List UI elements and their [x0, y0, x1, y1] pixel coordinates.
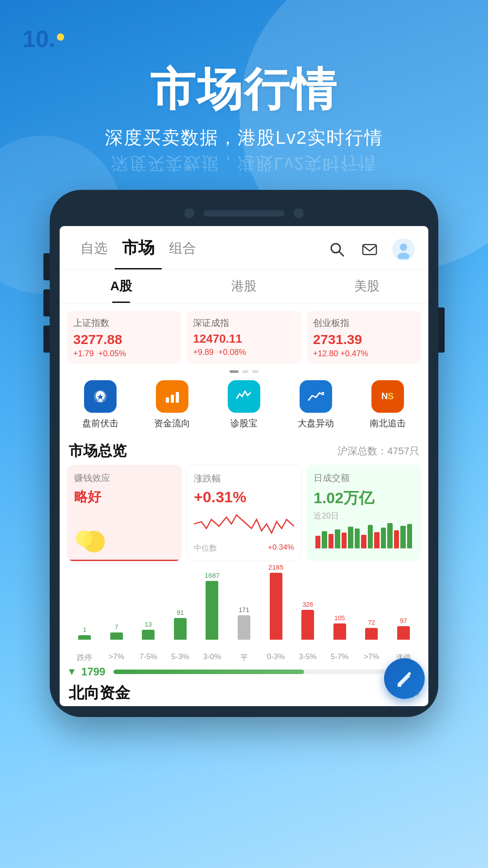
shanghai-title: 上证指数 — [73, 317, 175, 329]
svg-rect-9 — [176, 392, 179, 403]
sun-decoration — [71, 521, 108, 555]
chinext-value: 2731.39 — [313, 332, 415, 347]
progress-fill — [113, 670, 304, 674]
bar-chart-labels: 跌停 >7% 7-5% 5-3% 3-0% 平 0-3% 3-5% 5-7% >… — [67, 652, 421, 663]
bar-down-53: 91 — [164, 609, 197, 640]
bar-up-57: 105 — [324, 614, 356, 640]
label-up-57: 5-7% — [324, 652, 356, 663]
svg-rect-6 — [98, 400, 103, 402]
dot-1 — [230, 370, 239, 373]
card-money-effect[interactable]: 赚钱效应 略好 — [67, 465, 182, 561]
fundflow-label: 资金流向 — [154, 417, 190, 429]
nav-item-market[interactable]: 市场 — [115, 237, 162, 269]
shenzhen-change: +9.89 +0.08% — [193, 348, 295, 357]
shanghai-change: +1.79 +0.05% — [73, 349, 175, 359]
diagnosis-label: 诊股宝 — [230, 417, 258, 429]
app-navigation: 自选 市场 组合 — [60, 226, 428, 269]
label-up-03: 0-3% — [260, 652, 292, 663]
market-progress-row: ▼ 1799 — [60, 663, 428, 678]
fundflow-icon — [156, 380, 188, 413]
volume-mini-bars — [314, 521, 414, 548]
northsouth-label: 南北追击 — [370, 417, 406, 429]
bar-rise-limit: 97 — [387, 617, 419, 640]
svg-rect-8 — [171, 395, 174, 403]
overview-cards-container: 赚钱效应 略好 涨跌幅 +0.31% — [60, 465, 428, 566]
tab-hk-shares[interactable]: 港股 — [183, 269, 305, 303]
phone-screen: 自选 市场 组合 — [60, 226, 428, 706]
bar-up-7: 72 — [356, 619, 388, 640]
rise-fall-label: 涨跌幅 — [194, 472, 294, 485]
nav-item-portfolio[interactable]: 组合 — [162, 239, 203, 267]
premarket-label: 盘前伏击 — [82, 417, 118, 429]
median-label: 中位数 — [194, 543, 217, 553]
speaker — [203, 210, 285, 217]
hero-section: 10. 市场行情 深度买卖数据，港股Lv2实时行情 深度买卖数据，港股Lv2实时… — [0, 0, 488, 175]
fab-button[interactable] — [384, 658, 425, 699]
daily-volume-value: 1.02万亿 — [314, 488, 414, 509]
bar-up-03: 2185 — [260, 563, 292, 640]
market-overview-header: 市场总览 沪深总数：4757只 — [60, 436, 428, 465]
hero-subtitle-mirror: 深度买卖数据，港股Lv2实时行情 — [23, 152, 465, 175]
tool-fund-flow[interactable]: 资金流向 — [136, 380, 208, 429]
marketmove-icon — [300, 380, 332, 413]
camera-right — [294, 208, 304, 218]
svg-point-3 — [400, 244, 407, 251]
label-fall-limit: 跌停 — [69, 652, 101, 663]
bar-down-30: 1687 — [196, 571, 228, 640]
svg-text:N: N — [381, 391, 388, 401]
tool-market-move[interactable]: 大盘异动 — [280, 380, 352, 429]
label-down-30: 3-0% — [196, 652, 228, 663]
northsouth-icon: N S — [371, 380, 404, 413]
svg-line-1 — [339, 251, 343, 256]
premarket-icon — [84, 380, 117, 413]
phone-mockup: 自选 市场 组合 — [50, 190, 438, 717]
tool-stock-diagnosis[interactable]: 诊股宝 — [208, 380, 280, 429]
mail-button[interactable] — [360, 240, 380, 259]
diagnosis-icon — [228, 380, 260, 413]
daily-volume-label: 日成交额 — [314, 472, 414, 484]
hero-subtitle: 深度买卖数据，港股Lv2实时行情 — [23, 125, 465, 150]
label-down-53: 5-3% — [164, 652, 197, 663]
version-dot-icon — [57, 33, 64, 41]
card-daily-volume[interactable]: 日成交额 1.02万亿 近20日 — [306, 465, 421, 561]
marketmove-label: 大盘异动 — [298, 417, 334, 429]
money-effect-value: 略好 — [74, 488, 174, 506]
tab-a-shares[interactable]: A股 — [60, 269, 183, 303]
bar-fall-limit: 1 — [69, 626, 101, 640]
tool-premarket[interactable]: 盘前伏击 — [64, 380, 136, 429]
pagination-indicator — [60, 368, 428, 376]
chinext-title: 创业板指 — [313, 317, 415, 329]
card-rise-fall[interactable]: 涨跌幅 +0.31% 中位数 +0.34% — [186, 465, 302, 561]
phone-body: 自选 市场 组合 — [50, 190, 438, 717]
camera-left — [184, 208, 194, 218]
svg-point-4 — [398, 253, 409, 259]
nav-item-watchlist[interactable]: 自选 — [73, 239, 115, 267]
overview-meta: 沪深总数：4757只 — [338, 444, 419, 458]
progress-down-arrow: ▼ — [67, 666, 77, 678]
index-card-shanghai[interactable]: 上证指数 3277.88 +1.79 +0.05% — [67, 311, 181, 364]
tool-north-south[interactable]: N S 南北追击 — [352, 380, 424, 429]
dot-2 — [242, 370, 249, 373]
bar-down-75: 13 — [132, 621, 164, 640]
tab-us-shares[interactable]: 美股 — [305, 269, 428, 303]
svg-text:S: S — [388, 391, 394, 401]
hero-title: 市场行情 — [23, 60, 465, 121]
dot-3 — [252, 370, 258, 373]
index-card-shenzhen[interactable]: 深证成指 12470.11 +9.89 +0.08% — [187, 311, 301, 364]
market-tabs: A股 港股 美股 — [60, 269, 428, 303]
label-up-7: >7% — [356, 652, 388, 663]
bar-up-35: 328 — [292, 601, 324, 640]
north-capital-header: 北向资金 明细 › — [60, 678, 428, 706]
overview-title: 市场总览 — [69, 441, 127, 461]
search-button[interactable] — [327, 240, 347, 259]
label-down-75: 7-5% — [132, 652, 164, 663]
shenzhen-title: 深证成指 — [193, 317, 295, 329]
shanghai-value: 3277.88 — [73, 332, 175, 347]
money-effect-label: 赚钱效应 — [74, 472, 174, 484]
index-card-chinext[interactable]: 创业板指 2731.39 +12.80 +0.47% — [307, 311, 421, 364]
median-value: +0.34% — [268, 543, 294, 553]
progress-down-number: 1799 — [81, 665, 105, 678]
svg-rect-7 — [166, 397, 169, 403]
label-up-35: 3-5% — [292, 652, 324, 663]
avatar-button[interactable] — [392, 238, 415, 261]
